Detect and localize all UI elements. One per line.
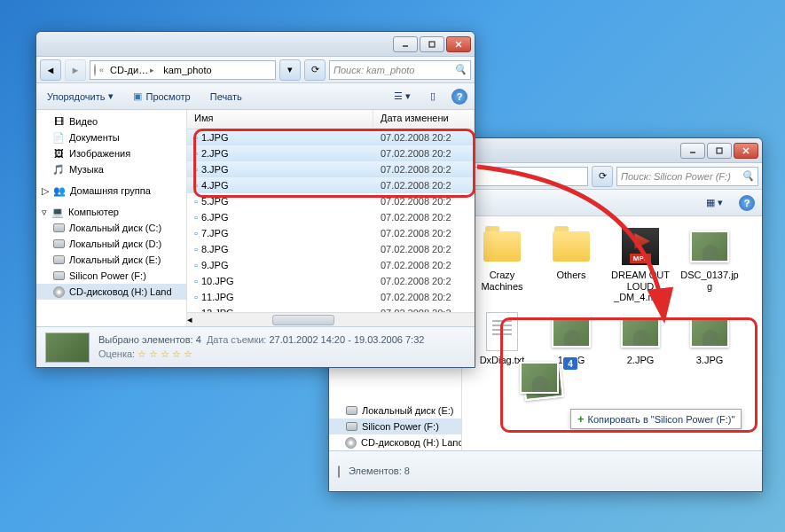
nav-drive-cd[interactable]: CD-дисковод (H:) Land [36,284,186,300]
view-button[interactable]: ▦ ▾ [703,195,726,210]
breadcrumb-1[interactable]: CD-ди…▸ [107,65,157,75]
minimize-button[interactable] [680,143,705,159]
file-name: 8.JPG [201,244,229,254]
item-label: DSC_0137.jpg [679,270,741,292]
image-icon: ▫ [194,132,198,143]
image-icon: ▫ [194,196,198,207]
nav-lib-docs[interactable]: 📄Документы [36,129,186,145]
folder-icon [483,231,521,262]
disc-icon [94,65,96,75]
image-icon: ▫ [194,292,198,302]
status-count: Элементов: 8 [349,465,410,478]
grid-item[interactable]: MP3DREAM OUT LOUD _DM_4.mp3 [609,225,671,303]
file-date: 07.02.2008 20:2 [373,164,475,175]
file-row[interactable]: ▫1.JPG07.02.2008 20:2 [187,129,475,145]
file-row[interactable]: ▫6.JPG07.02.2008 20:2 [187,209,475,225]
address-bar[interactable]: « CD-ди…▸ kam_photo [90,60,276,80]
item-label: 2.JPG [627,355,655,366]
navbar: ◄ ► « CD-ди…▸ kam_photo ▾ ⟳ Поиск: kam_p… [36,57,475,83]
close-button[interactable] [446,36,471,52]
grid-item[interactable]: DxDiag.txt [471,310,533,366]
scroll-thumb[interactable] [272,315,334,325]
search-input[interactable]: Поиск: kam_photo 🔍 [329,60,471,80]
file-date: 07.02.2008 20:2 [373,132,475,143]
file-date: 07.02.2008 20:2 [373,212,475,223]
help-button[interactable]: ? [739,195,755,211]
file-row[interactable]: ▫11.JPG07.02.2008 20:2 [187,289,475,305]
nav-drive-f[interactable]: Silicon Power (F:) [36,268,186,284]
file-date: 07.02.2008 20:2 [373,180,475,191]
pane-button[interactable]: ▯ [427,89,439,104]
help-button[interactable]: ? [451,89,467,105]
rating-stars[interactable]: ☆ ☆ ☆ ☆ ☆ [137,348,192,359]
photo-icon [552,316,591,348]
item-label: DxDiag.txt [480,355,525,366]
statusbar: Элементов: 8 [329,450,762,491]
back-button[interactable]: ◄ [40,59,61,81]
h-scrollbar[interactable]: ◂ [187,312,475,326]
nav-drive-f[interactable]: Silicon Power (F:) [329,419,461,434]
titlebar[interactable] [36,32,475,57]
grid-item[interactable]: 3.JPG [679,310,741,366]
nav-homegroup[interactable]: ▷👥Домашняя группа [36,183,186,199]
nav-drive-e[interactable]: Локальный диск (E:) [36,252,186,268]
file-row[interactable]: ▫5.JPG07.02.2008 20:2 [187,193,475,209]
file-name: 4.JPG [201,180,229,191]
grid-item[interactable]: Others [540,225,602,303]
view-button[interactable]: ☰ ▾ [390,89,414,104]
file-date: 07.02.2008 20:2 [373,292,475,302]
explorer-window-source[interactable]: ◄ ► « CD-ди…▸ kam_photo ▾ ⟳ Поиск: kam_p… [35,31,475,368]
nav-drive-e[interactable]: Локальный диск (E:) [329,403,461,419]
file-row[interactable]: ▫3.JPG07.02.2008 20:2 [187,161,475,177]
file-date: 07.02.2008 20:2 [373,228,475,239]
file-row[interactable]: ▫4.JPG07.02.2008 20:2 [187,177,475,193]
column-header[interactable]: Имя Дата изменени [187,110,475,129]
grid-item[interactable]: DSC_0137.jpg [679,225,741,303]
image-icon: ▫ [194,228,198,239]
photo-icon [621,316,660,348]
history-button[interactable]: ▾ [279,59,301,81]
file-name: 3.JPG [201,164,229,175]
video-icon: 🎞 [52,115,65,128]
col-date[interactable]: Дата изменени [373,110,475,129]
nav-lib-music[interactable]: 🎵Музыка [36,161,186,177]
refresh-button[interactable]: ⟳ [592,166,613,187]
organize-button[interactable]: Упорядочить ▾ [43,89,117,104]
col-name[interactable]: Имя [187,110,373,129]
file-row[interactable]: ▫9.JPG07.02.2008 20:2 [187,257,475,273]
nav-lib-pics[interactable]: 🖼Изображения [36,145,186,161]
search-placeholder: Поиск: kam_photo [334,65,414,75]
file-row[interactable]: ▫8.JPG07.02.2008 20:2 [187,241,475,257]
nav-drive-d[interactable]: Локальный диск (D:) [36,236,186,252]
forward-button[interactable]: ► [65,59,86,81]
close-button[interactable] [734,143,758,159]
minimize-button[interactable] [393,36,418,52]
breadcrumb-2[interactable]: kam_photo [161,65,214,75]
plus-icon: + [577,412,585,426]
grid-item[interactable]: Crazy Machines [471,225,533,303]
print-button[interactable]: Печать [207,90,246,104]
grid-item[interactable]: 2.JPG [609,310,671,366]
nav-pane: 🎞Видео 📄Документы 🖼Изображения 🎵Музыка ▷… [36,110,187,326]
nav-computer[interactable]: ▿💻Компьютер [36,204,186,220]
file-row[interactable]: ▫10.JPG07.02.2008 20:2 [187,273,475,289]
file-row[interactable]: ▫7.JPG07.02.2008 20:2 [187,225,475,241]
preview-thumb [45,332,90,363]
nav-lib-video[interactable]: 🎞Видео [36,113,186,129]
drag-ghost: 4 [520,362,573,404]
drag-count-badge: 4 [562,356,578,371]
file-row[interactable]: ▫2.JPG07.02.2008 20:2 [187,145,475,161]
preview-button[interactable]: ▣ Просмотр [130,89,193,104]
file-name: 5.JPG [201,196,229,207]
svg-rect-5 [429,42,435,47]
maximize-button[interactable] [420,36,444,52]
refresh-button[interactable]: ⟳ [304,59,326,81]
item-label: 3.JPG [696,355,724,366]
file-list[interactable]: Имя Дата изменени ▫1.JPG07.02.2008 20:2▫… [187,110,475,326]
folder-icon [553,231,590,262]
search-input[interactable]: Поиск: Silicon Power (F:) 🔍 [616,167,758,186]
nav-drive-cd[interactable]: CD-дисковод (H:) Land [329,434,461,450]
maximize-button[interactable] [707,143,732,159]
image-icon: ▫ [194,244,198,254]
nav-drive-c[interactable]: Локальный диск (C:) [36,220,186,236]
